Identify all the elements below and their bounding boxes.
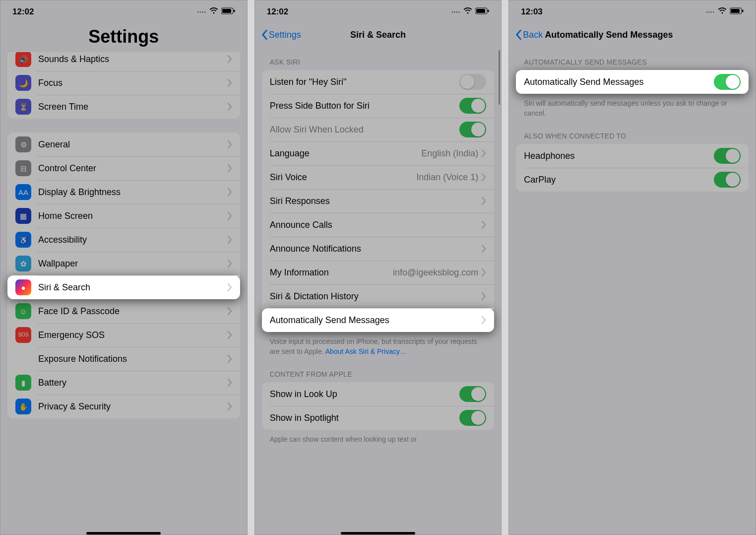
row-label: Automatically Send Messages xyxy=(524,77,714,87)
phone-auto-send: 12:03 •••• Back Automatically Send Messa… xyxy=(508,0,756,535)
siri-row-press-side-button-for-siri[interactable]: Press Side Button for Siri xyxy=(262,94,495,118)
toggle[interactable] xyxy=(714,148,741,164)
settings-row-control-center[interactable]: ⊟Control Center xyxy=(7,156,240,180)
row-label: Siri & Search xyxy=(38,282,227,293)
siri-row-announce-notifications[interactable]: Announce Notifications xyxy=(262,237,495,261)
row-label: Announce Calls xyxy=(270,220,482,230)
settings-row-emergency-sos[interactable]: SOSEmergency SOS xyxy=(7,323,240,347)
settings-list[interactable]: 🔊Sounds & Haptics🌙Focus⏳Screen Time ⚙Gen… xyxy=(0,52,247,535)
siri-settings-list[interactable]: ASK SIRI Listen for "Hey Siri"Press Side… xyxy=(255,46,502,535)
settings-row-accessibility[interactable]: ♿Accessibility xyxy=(7,228,240,252)
siri-row-automatically-send-messages[interactable]: Automatically Send Messages xyxy=(262,308,495,332)
auto-send-list[interactable]: AUTOMATICALLY SEND MESSAGES Automaticall… xyxy=(509,46,756,535)
toggle[interactable] xyxy=(459,74,486,90)
chevron-right-icon xyxy=(227,212,232,220)
connected-row-headphones[interactable]: Headphones xyxy=(516,144,749,168)
toggle[interactable] xyxy=(459,386,486,402)
settings-row-screen-time[interactable]: ⏳Screen Time xyxy=(7,95,240,119)
display-icon: AA xyxy=(15,184,31,200)
connected-row-carplay[interactable]: CarPlay xyxy=(516,168,749,192)
settings-row-wallpaper[interactable]: ✿Wallpaper xyxy=(7,252,240,275)
settings-row-battery[interactable]: ▮Battery xyxy=(7,371,240,395)
settings-row-sounds-haptics[interactable]: 🔊Sounds & Haptics xyxy=(7,52,240,71)
back-button[interactable]: Back xyxy=(515,29,543,40)
auto-send-toggle[interactable] xyxy=(714,74,741,90)
row-label: Exposure Notifications xyxy=(38,354,227,364)
row-label: Display & Brightness xyxy=(38,187,227,198)
row-value: English (India) xyxy=(421,148,478,159)
row-label: Focus xyxy=(38,78,227,88)
wifi-icon xyxy=(463,7,472,17)
wifi-icon xyxy=(718,7,727,17)
content-row-show-in-look-up[interactable]: Show in Look Up xyxy=(262,382,495,406)
chevron-right-icon xyxy=(227,355,232,363)
row-value: Indian (Voice 1) xyxy=(416,172,478,183)
nav-bar: Back Automatically Send Messages xyxy=(509,23,756,46)
chevron-right-icon xyxy=(227,188,232,196)
auto-send-toggle-row[interactable]: Automatically Send Messages xyxy=(516,70,749,94)
scroll-indicator[interactable] xyxy=(499,50,500,105)
chevron-right-icon xyxy=(227,55,232,63)
siri-row-siri-dictation-history[interactable]: Siri & Dictation History xyxy=(262,284,495,308)
siri-row-siri-responses[interactable]: Siri Responses xyxy=(262,189,495,213)
wifi-icon xyxy=(209,7,218,17)
row-label: Control Center xyxy=(38,163,227,174)
row-label: Listen for "Hey Siri" xyxy=(270,77,460,87)
chevron-right-icon xyxy=(227,79,232,87)
row-label: Show in Spotlight xyxy=(270,413,460,423)
toggle[interactable] xyxy=(459,122,486,137)
siri-row-siri-voice[interactable]: Siri VoiceIndian (Voice 1) xyxy=(262,165,495,189)
row-label: Face ID & Passcode xyxy=(38,306,227,317)
settings-row-focus[interactable]: 🌙Focus xyxy=(7,71,240,95)
chevron-right-icon xyxy=(227,402,232,410)
chevron-right-icon xyxy=(227,379,232,387)
battery-icon-status xyxy=(475,7,489,17)
faceid-icon: ☺ xyxy=(15,303,31,319)
chevron-right-icon xyxy=(227,307,232,315)
siri-row-my-information[interactable]: My Informationinfo@igeeksblog.com xyxy=(262,261,495,284)
row-label: Siri Responses xyxy=(270,196,482,206)
home-screen-icon: ▦ xyxy=(15,208,31,224)
chevron-right-icon xyxy=(227,164,232,172)
chevron-right-icon xyxy=(227,140,232,148)
row-label: Automatically Send Messages xyxy=(270,315,482,326)
settings-row-privacy-security[interactable]: ✋Privacy & Security xyxy=(7,395,240,418)
chevron-right-icon xyxy=(227,260,232,268)
back-button[interactable]: Settings xyxy=(261,29,301,40)
toggle[interactable] xyxy=(459,98,486,114)
status-bar: 12:02 •••• xyxy=(0,0,247,23)
control-center-icon: ⊟ xyxy=(15,160,31,176)
row-label: Wallpaper xyxy=(38,259,227,269)
section-footer-ask-siri: Voice input is processed on iPhone, but … xyxy=(255,332,502,358)
privacy-icon: ✋ xyxy=(15,399,31,414)
battery-icon-status xyxy=(221,7,235,17)
settings-row-exposure-notifications[interactable]: ✺Exposure Notifications xyxy=(7,347,240,371)
phone-settings: 12:02 •••• Settings 🔊Sounds & Haptics🌙Fo… xyxy=(0,0,248,535)
settings-row-face-id-passcode[interactable]: ☺Face ID & Passcode xyxy=(7,299,240,323)
cellular-dots-icon: •••• xyxy=(706,9,715,15)
siri-row-announce-calls[interactable]: Announce Calls xyxy=(262,213,495,237)
status-bar: 12:02 •••• xyxy=(255,0,502,23)
phone-siri-search: 12:02 •••• Settings Siri & Search ASK SI… xyxy=(254,0,502,535)
chevron-right-icon xyxy=(227,236,232,244)
siri-row-allow-siri-when-locked[interactable]: Allow Siri When Locked xyxy=(262,118,495,141)
toggle[interactable] xyxy=(714,172,741,188)
wallpaper-icon: ✿ xyxy=(15,256,31,271)
settings-row-siri-search[interactable]: ●Siri & Search xyxy=(7,275,240,299)
content-row-show-in-spotlight[interactable]: Show in Spotlight xyxy=(262,406,495,430)
row-label: Siri Voice xyxy=(270,172,417,183)
siri-row-language[interactable]: LanguageEnglish (India) xyxy=(262,141,495,165)
siri-row-listen-for-hey-siri-[interactable]: Listen for "Hey Siri" xyxy=(262,70,495,94)
siri-icon: ● xyxy=(15,279,31,295)
home-indicator[interactable] xyxy=(86,532,161,535)
svg-rect-1 xyxy=(222,9,231,13)
row-label: CarPlay xyxy=(524,175,714,185)
home-indicator[interactable] xyxy=(341,532,415,535)
screentime-icon: ⏳ xyxy=(15,99,31,115)
settings-row-display-brightness[interactable]: AADisplay & Brightness xyxy=(7,180,240,204)
chevron-right-icon xyxy=(227,331,232,339)
toggle[interactable] xyxy=(459,410,486,426)
settings-row-home-screen[interactable]: ▦Home Screen xyxy=(7,204,240,228)
privacy-link[interactable]: About Ask Siri & Privacy… xyxy=(325,347,407,355)
settings-row-general[interactable]: ⚙General xyxy=(7,133,240,156)
